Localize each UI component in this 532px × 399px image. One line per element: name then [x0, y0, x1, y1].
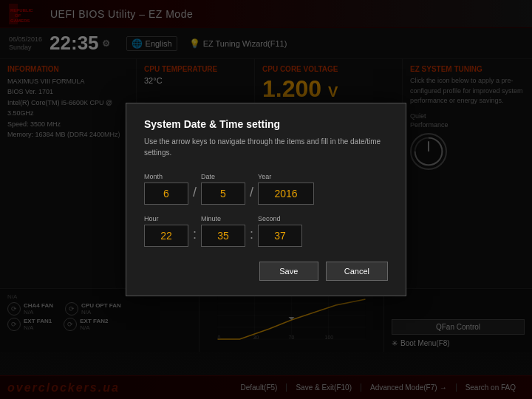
month-field: Month: [144, 173, 188, 205]
save-button[interactable]: Save: [259, 262, 318, 281]
second-label: Second: [258, 215, 302, 222]
minute-input[interactable]: [201, 225, 245, 247]
dialog-description: Use the arrow keys to navigate through t…: [144, 136, 388, 158]
dialog-overlay: System Date & Time setting Use the arrow…: [0, 0, 532, 399]
date-field: Date: [201, 173, 245, 205]
month-input[interactable]: [144, 183, 188, 205]
second-field: Second: [258, 215, 302, 247]
date-time-dialog: System Date & Time setting Use the arrow…: [126, 103, 406, 296]
time-field-group: Hour : Minute : Second: [144, 215, 388, 247]
time-sep-2: :: [245, 227, 258, 247]
minute-label: Minute: [201, 215, 245, 222]
date-field-group: Month / Date / Year: [144, 173, 388, 205]
date-sep-1: /: [188, 185, 201, 205]
date-label: Date: [201, 173, 245, 180]
hour-label: Hour: [144, 215, 188, 222]
month-label: Month: [144, 173, 188, 180]
second-input[interactable]: [258, 225, 302, 247]
year-label: Year: [258, 173, 314, 180]
time-sep-1: :: [188, 227, 201, 247]
dialog-title: System Date & Time setting: [144, 118, 388, 130]
hour-input[interactable]: [144, 225, 188, 247]
hour-field: Hour: [144, 215, 188, 247]
minute-field: Minute: [201, 215, 245, 247]
year-field: Year: [258, 173, 314, 205]
year-input[interactable]: [258, 183, 314, 205]
date-input[interactable]: [201, 183, 245, 205]
cancel-button[interactable]: Cancel: [326, 262, 388, 281]
dialog-buttons: Save Cancel: [144, 262, 388, 281]
date-time-fields: Month / Date / Year Hour: [144, 173, 388, 247]
date-sep-2: /: [245, 185, 258, 205]
